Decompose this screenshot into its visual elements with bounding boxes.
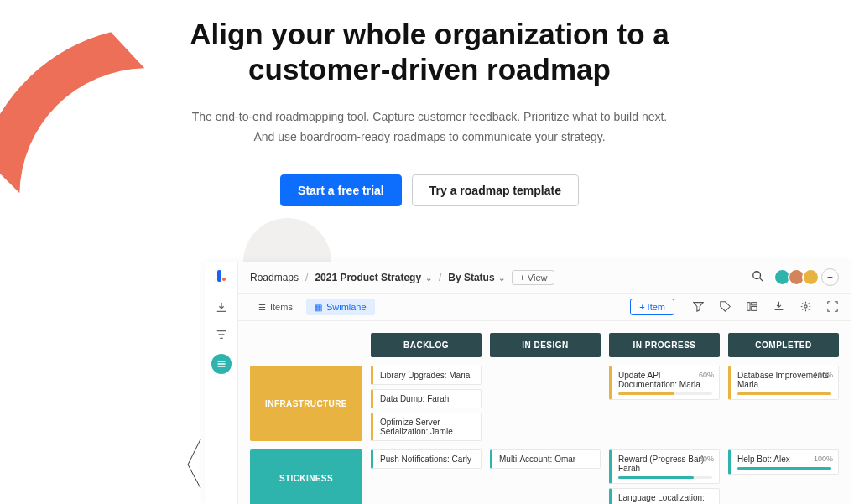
row-header: STICKINESS (250, 449, 362, 504)
column-header: IN DESIGN (490, 333, 601, 357)
progress-percent: 60% (699, 371, 714, 379)
card[interactable]: Push Notifications: Carly (371, 449, 482, 469)
card[interactable]: Language Localization: (609, 488, 720, 504)
swimlane-cell: Update API Documentation: Maria60% (609, 366, 720, 441)
column-header: BACKLOG (371, 333, 482, 357)
card[interactable]: Optimize Server Serialization: Jamie (371, 413, 482, 441)
row-header: INFRASTRUCTURE (250, 366, 362, 441)
avatar[interactable] (802, 268, 820, 286)
chevron-down-icon: ⌄ (423, 273, 432, 283)
progress-percent: 100% (814, 455, 833, 463)
view-tab-swimlane[interactable]: ▦ Swimlane (306, 299, 375, 315)
svg-line-1 (188, 465, 200, 488)
progress-bar (618, 392, 712, 395)
breadcrumb-root[interactable]: Roadmaps (250, 272, 299, 283)
active-sidebar-icon[interactable] (211, 354, 232, 374)
svg-point-7 (804, 304, 806, 307)
app-preview: Roadmaps / 2021 Product Strategy ⌄ / By … (205, 262, 851, 504)
search-icon[interactable] (752, 270, 763, 284)
card[interactable]: Update API Documentation: Maria60% (609, 366, 720, 400)
add-member-button[interactable]: + (821, 268, 839, 286)
svg-line-3 (760, 278, 763, 282)
tag-icon[interactable] (718, 301, 731, 314)
progress-percent: 100% (814, 371, 833, 379)
progress-percent: 80% (699, 455, 714, 463)
filter-icon[interactable] (214, 327, 229, 342)
svg-rect-5 (751, 302, 757, 304)
swimlane-cell: Push Notifications: Carly (371, 449, 482, 504)
column-header: IN PROGRESS (609, 333, 720, 357)
svg-rect-6 (751, 306, 757, 310)
settings-icon[interactable] (799, 301, 812, 314)
breadcrumb-item[interactable]: 2021 Product Strategy ⌄ (315, 272, 432, 283)
swimlane-cell: Help Bot: Alex100% (728, 449, 839, 504)
hero-subtitle: The end-to-end roadmapping tool. Capture… (153, 107, 706, 148)
download-icon[interactable] (214, 300, 229, 315)
viewbar: ☰ Items ▦ Swimlane + Item (238, 294, 851, 321)
add-view-button[interactable]: + View (512, 270, 554, 285)
swimlane-cell: Multi-Account: Omar (490, 449, 601, 504)
layout-icon[interactable] (745, 301, 758, 314)
expand-icon[interactable] (825, 301, 839, 314)
chevron-down-icon: ⌄ (497, 273, 506, 283)
swimlane-cell: Database Improvements: Maria100% (728, 366, 839, 441)
progress-bar (737, 392, 831, 395)
hero-title: Align your whole organization to a custo… (34, 17, 825, 87)
swimlane-cell (490, 366, 601, 441)
card[interactable]: Reward (Progress Bar): Farah80% (609, 449, 720, 484)
logo (217, 270, 226, 282)
view-tab-items[interactable]: ☰ Items (250, 299, 301, 315)
try-template-button[interactable]: Try a roadmap template (412, 174, 579, 206)
grid-icon: ▦ (315, 303, 322, 312)
list-icon: ☰ (258, 303, 266, 312)
breadcrumb-view[interactable]: By Status ⌄ (448, 272, 505, 283)
breadcrumb-separator: / (439, 272, 441, 283)
progress-bar (618, 476, 712, 479)
filter-icon[interactable] (691, 301, 705, 314)
column-header: COMPLETED (728, 333, 839, 357)
topbar: Roadmaps / 2021 Product Strategy ⌄ / By … (238, 262, 851, 294)
svg-rect-4 (747, 302, 749, 310)
start-free-trial-button[interactable]: Start a free trial (280, 174, 402, 206)
card[interactable]: Multi-Account: Omar (490, 449, 601, 469)
swimlane-board: BACKLOGIN DESIGNIN PROGRESSCOMPLETEDINFR… (238, 321, 851, 504)
card[interactable]: Help Bot: Alex100% (728, 449, 839, 475)
breadcrumb-separator: / (305, 272, 308, 283)
avatar-stack: + (777, 268, 839, 286)
add-item-button[interactable]: + Item (630, 299, 674, 315)
card[interactable]: Data Dump: Farah (371, 389, 482, 408)
swimlane-cell: Library Upgrades: MariaData Dump: FarahO… (371, 366, 482, 441)
diagonal-line-left (186, 439, 203, 493)
card[interactable]: Database Improvements: Maria100% (728, 366, 839, 400)
progress-bar (737, 467, 831, 470)
swimlane-cell: Reward (Progress Bar): Farah80%Language … (609, 449, 720, 504)
export-icon[interactable] (772, 301, 785, 314)
sidebar (205, 262, 238, 504)
svg-point-2 (753, 272, 761, 279)
svg-line-0 (188, 439, 200, 465)
card[interactable]: Library Upgrades: Maria (371, 366, 482, 385)
